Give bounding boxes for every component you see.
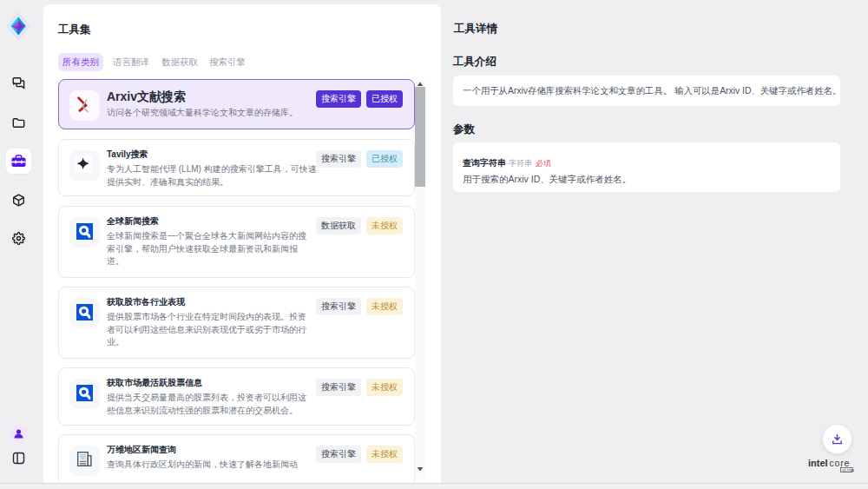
svg-text:ULTRA: ULTRA [842,468,854,472]
svg-text:core: core [830,458,851,468]
svg-text:intel: intel [808,458,828,468]
